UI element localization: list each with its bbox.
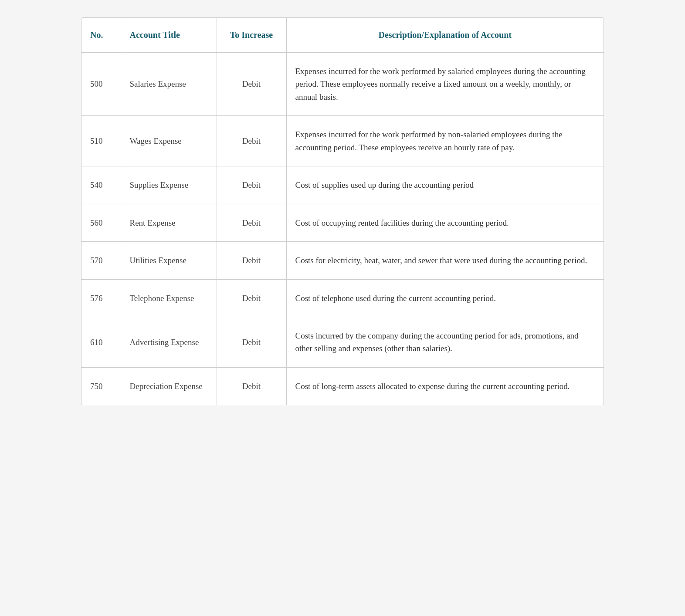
cell-description: Costs for electricity, heat, water, and … xyxy=(286,242,604,279)
cell-description: Cost of supplies used up during the acco… xyxy=(286,166,604,204)
header-no: No. xyxy=(81,18,121,53)
cell-description: Expenses incurred for the work performed… xyxy=(286,116,604,166)
table-row: 610Advertising ExpenseDebitCosts incurre… xyxy=(81,317,604,367)
cell-account-title: Wages Expense xyxy=(121,116,217,166)
cell-description: Cost of occupying rented facilities duri… xyxy=(286,204,604,241)
cell-account-title: Utilities Expense xyxy=(121,242,217,279)
cell-to-increase: Debit xyxy=(217,317,286,367)
cell-no: 576 xyxy=(81,279,121,317)
cell-no: 610 xyxy=(81,317,121,367)
table-row: 570Utilities ExpenseDebitCosts for elect… xyxy=(81,242,604,279)
cell-description: Expenses incurred for the work performed… xyxy=(286,53,604,116)
cell-no: 500 xyxy=(81,53,121,116)
cell-account-title: Advertising Expense xyxy=(121,317,217,367)
table-row: 500Salaries ExpenseDebitExpenses incurre… xyxy=(81,53,604,116)
table-row: 750Depreciation ExpenseDebitCost of long… xyxy=(81,367,604,405)
cell-no: 570 xyxy=(81,242,121,279)
accounts-table: No. Account Title To Increase Descriptio… xyxy=(81,18,604,405)
cell-to-increase: Debit xyxy=(217,279,286,317)
table-body: 500Salaries ExpenseDebitExpenses incurre… xyxy=(81,53,604,405)
cell-account-title: Salaries Expense xyxy=(121,53,217,116)
cell-to-increase: Debit xyxy=(217,367,286,405)
cell-account-title: Supplies Expense xyxy=(121,166,217,204)
cell-to-increase: Debit xyxy=(217,204,286,241)
table-row: 560Rent ExpenseDebitCost of occupying re… xyxy=(81,204,604,241)
table-row: 510Wages ExpenseDebitExpenses incurred f… xyxy=(81,116,604,166)
cell-no: 510 xyxy=(81,116,121,166)
cell-account-title: Rent Expense xyxy=(121,204,217,241)
cell-no: 750 xyxy=(81,367,121,405)
main-table-container: No. Account Title To Increase Descriptio… xyxy=(81,17,604,405)
cell-no: 540 xyxy=(81,166,121,204)
cell-description: Cost of telephone used during the curren… xyxy=(286,279,604,317)
cell-description: Cost of long-term assets allocated to ex… xyxy=(286,367,604,405)
header-description: Description/Explanation of Account xyxy=(286,18,604,53)
cell-account-title: Telephone Expense xyxy=(121,279,217,317)
cell-to-increase: Debit xyxy=(217,242,286,279)
table-row: 540Supplies ExpenseDebitCost of supplies… xyxy=(81,166,604,204)
cell-account-title: Depreciation Expense xyxy=(121,367,217,405)
table-header-row: No. Account Title To Increase Descriptio… xyxy=(81,18,604,53)
cell-description: Costs incurred by the company during the… xyxy=(286,317,604,367)
cell-to-increase: Debit xyxy=(217,116,286,166)
cell-to-increase: Debit xyxy=(217,53,286,116)
cell-to-increase: Debit xyxy=(217,166,286,204)
cell-no: 560 xyxy=(81,204,121,241)
header-to-increase: To Increase xyxy=(217,18,286,53)
header-account-title: Account Title xyxy=(121,18,217,53)
table-row: 576Telephone ExpenseDebitCost of telepho… xyxy=(81,279,604,317)
